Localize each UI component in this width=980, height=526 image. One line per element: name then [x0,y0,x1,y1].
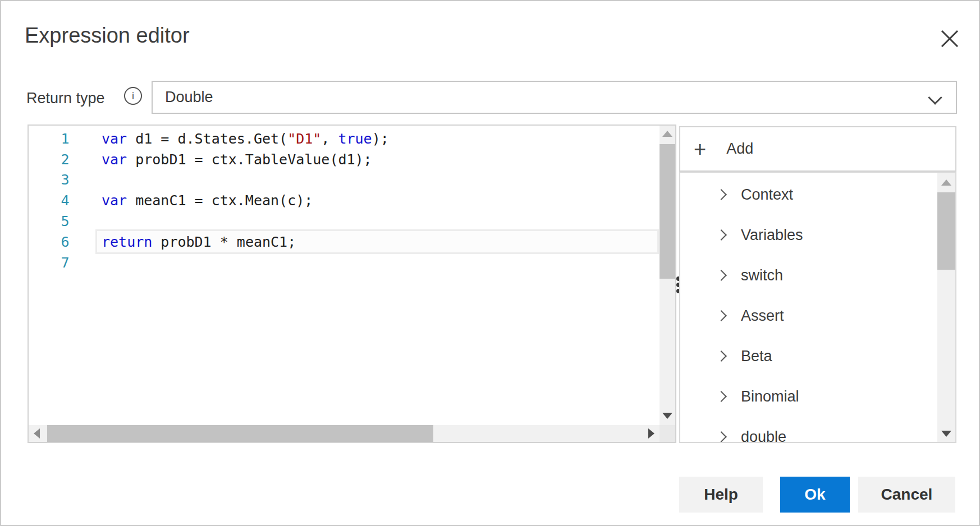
chevron-right-icon [716,189,727,200]
code-line[interactable]: 4var meanC1 = ctx.Mean(c); [29,190,660,211]
function-list-items: ContextVariablesswitchAssertBetaBinomial… [680,174,955,443]
ok-button[interactable]: Ok [780,477,850,513]
chevron-down-icon [928,90,942,104]
code-text: var d1 = d.States.Get("D1", true); [102,131,389,147]
line-number: 3 [29,172,102,188]
return-type-label: Return type [26,90,105,107]
cancel-button[interactable]: Cancel [858,477,955,513]
code-line[interactable]: 2var probD1 = ctx.TableValue(d1); [29,149,660,170]
scroll-up-icon[interactable] [662,131,672,137]
return-type-value: Double [165,89,213,106]
scroll-down-icon[interactable] [941,431,951,437]
function-item-binomial[interactable]: Binomial [680,376,955,417]
chevron-right-icon [716,431,727,442]
close-button[interactable] [938,27,961,50]
page-title: Expression editor [25,24,190,48]
code-lines[interactable]: 1var d1 = d.States.Get("D1", true);2var … [29,126,660,425]
line-number: 6 [29,234,102,250]
line-number: 4 [29,192,102,209]
chevron-right-icon [716,391,727,402]
expression-editor-dialog: Expression editor Return type i Double 1… [0,0,980,526]
editor-horizontal-scroll-thumb[interactable] [47,425,433,442]
line-number: 7 [29,255,102,271]
line-number: 2 [29,151,102,168]
function-item-double[interactable]: double [680,417,955,443]
scroll-left-icon[interactable] [34,428,40,439]
chevron-right-icon [716,229,727,241]
function-item-label: Beta [741,348,772,365]
function-item-label: switch [741,267,783,284]
panel-vertical-scroll-thumb[interactable] [937,192,955,270]
editor-vertical-scroll-thumb[interactable] [660,144,675,279]
code-text: var meanC1 = ctx.Mean(c); [102,192,313,209]
function-item-label: Variables [741,227,803,244]
help-button[interactable]: Help [679,477,763,513]
function-list: ContextVariablesswitchAssertBetaBinomial… [679,172,956,443]
function-item-assert[interactable]: Assert [680,296,955,336]
function-item-beta[interactable]: Beta [680,336,955,376]
info-icon[interactable]: i [124,87,142,105]
code-line[interactable]: 5 [29,211,660,232]
chevron-right-icon [716,350,727,362]
editor-vertical-scrollbar[interactable] [660,126,675,425]
code-line[interactable]: 6return probD1 * meanC1; [29,232,660,252]
scroll-right-icon[interactable] [648,428,654,439]
plus-icon: + [694,139,706,160]
line-number: 5 [29,213,102,229]
code-text: return probD1 * meanC1; [102,234,296,250]
function-item-label: Context [741,186,793,204]
chevron-right-icon [716,310,727,321]
code-line[interactable]: 3 [29,170,660,191]
line-number: 1 [29,131,102,147]
code-line[interactable]: 7 [29,252,660,273]
code-editor[interactable]: 1var d1 = d.States.Get("D1", true);2var … [28,124,676,443]
code-text: var probD1 = ctx.TableValue(d1); [102,151,372,168]
editor-horizontal-scrollbar[interactable] [29,425,660,442]
scroll-up-icon[interactable] [941,179,951,186]
function-item-switch[interactable]: switch [680,255,955,296]
function-item-label: double [741,428,786,444]
scrollbar-corner [660,425,675,442]
function-item-label: Assert [741,307,784,325]
function-item-context[interactable]: Context [680,174,955,215]
close-icon [938,27,961,50]
add-button-label: Add [726,140,753,158]
scroll-down-icon[interactable] [662,413,672,419]
panel-vertical-scrollbar[interactable] [937,173,955,442]
add-button[interactable]: + Add [679,126,956,172]
code-line[interactable]: 1var d1 = d.States.Get("D1", true); [29,128,660,149]
return-type-dropdown[interactable]: Double [152,81,957,114]
chevron-right-icon [716,270,727,281]
function-item-label: Binomial [741,388,799,405]
function-item-variables[interactable]: Variables [680,215,955,255]
